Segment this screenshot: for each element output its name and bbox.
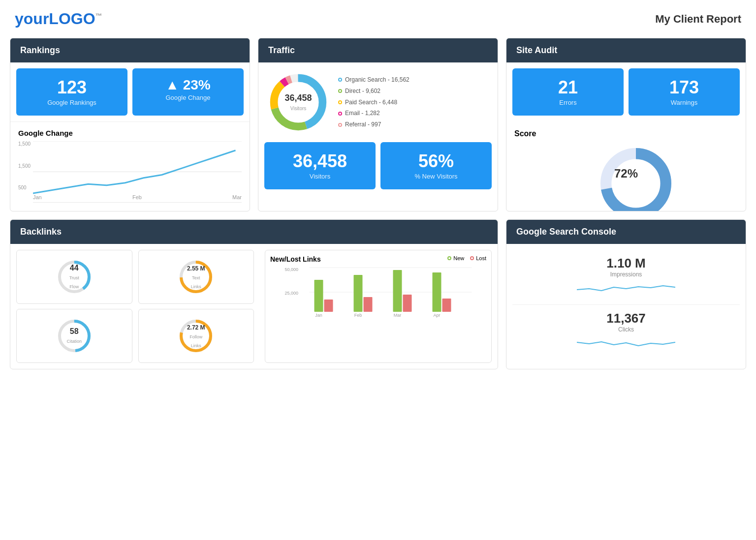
svg-rect-26 (364, 297, 373, 312)
legend-dot-email (338, 112, 342, 116)
chart-x-labels: Jan Feb Mar (33, 194, 242, 200)
legend-lost: Lost (476, 255, 486, 261)
score-section: Score 72% (506, 121, 746, 211)
traffic-stats: 36,458 Visitors 56% % New Visitors (258, 142, 498, 195)
follow-links-label: Follow Links (189, 334, 202, 348)
site-audit-header: Site Audit (506, 38, 746, 62)
legend-dot-organic (338, 78, 342, 82)
follow-links-gauge: 2.72 M Follow Links (138, 309, 254, 363)
donut-label: Visitors (290, 106, 307, 111)
trust-flow-gauge: 44 Trust Flow (16, 250, 132, 304)
bar-chart-title: New/Lost Links (270, 255, 321, 263)
google-change-box: ▲ 23% Google Change (132, 68, 244, 116)
legend-dot-new (447, 256, 451, 260)
warnings-value: 173 (635, 77, 733, 98)
text-links-gauge: 2.55 M Text Links (138, 250, 254, 304)
rankings-line-chart (33, 141, 242, 203)
citation-value: 58 (70, 327, 79, 335)
legend-label-direct: Direct - 9,602 (345, 86, 380, 97)
chart-title: Google Change (18, 129, 242, 137)
traffic-donut: 36,458 Visitors (266, 70, 330, 134)
rankings-header: Rankings (10, 38, 250, 62)
site-audit-card: Site Audit 21 Errors 173 Warnings Score (506, 38, 746, 211)
new-visitors-value: 56% (387, 151, 485, 172)
text-links-label: Text Links (191, 275, 201, 289)
score-donut: 72% (597, 144, 656, 203)
impressions-value: 1.10 M (516, 256, 736, 271)
google-rankings-label: Google Rankings (47, 99, 96, 106)
svg-text:Apr: Apr (433, 313, 440, 318)
gsc-header: Google Search Console (506, 220, 746, 244)
legend-new: New (453, 255, 464, 261)
google-rankings-box: 123 Google Rankings (16, 68, 127, 116)
visitors-value: 36,458 (271, 151, 369, 172)
traffic-top: 36,458 Visitors Organic Search - 16,562 … (258, 62, 498, 142)
google-change-chart: Google Change 1,500 1,500 500 Jan (10, 121, 250, 204)
donut-value: 36,458 (284, 93, 312, 103)
gsc-clicks: 11,367 Clicks (512, 305, 740, 360)
chart-y-labels: 1,500 1,500 500 (18, 141, 31, 190)
svg-text:Feb: Feb (354, 313, 362, 318)
svg-rect-27 (393, 270, 402, 312)
trust-flow-value: 44 (70, 264, 79, 272)
backlinks-gauges-2: 2.55 M Text Links 2.72 M Follow Link (138, 250, 254, 363)
trust-flow-label: Trust Flow (69, 275, 79, 289)
clicks-label: Clicks (516, 326, 736, 333)
google-change-value: ▲ 23% (139, 77, 237, 93)
score-title: Score (514, 129, 738, 138)
svg-rect-30 (442, 299, 451, 312)
traffic-header: Traffic (258, 38, 498, 62)
gsc-content: 1.10 M Impressions 11,367 Clicks (506, 244, 746, 365)
logo-bold: LOGO (49, 10, 95, 28)
legend-label-email: Email - 1,282 (345, 108, 380, 119)
follow-links-center: 2.72 M Follow Links (186, 323, 206, 349)
legend-email: Email - 1,282 (338, 108, 410, 119)
svg-rect-25 (354, 275, 363, 312)
bar-chart-legend: New Lost (447, 255, 486, 261)
bar-chart-section: New/Lost Links New Lost (265, 250, 492, 363)
new-visitors-box: 56% % New Visitors (380, 142, 492, 189)
text-links-value: 2.55 M (187, 265, 205, 272)
errors-box: 21 Errors (512, 68, 624, 116)
text-links-center: 2.55 M Text Links (186, 264, 206, 290)
legend-label-organic: Organic Search - 16,562 (345, 74, 410, 86)
legend-organic: Organic Search - 16,562 (338, 74, 410, 86)
backlinks-header: Backlinks (10, 220, 498, 244)
svg-text:50,000: 50,000 (285, 267, 299, 272)
logo: yourLOGO™ (15, 10, 102, 28)
legend-referral: Referral - 997 (338, 119, 410, 130)
site-audit-stats: 21 Errors 173 Warnings (506, 62, 746, 121)
traffic-legend: Organic Search - 16,562 Direct - 9,602 P… (338, 74, 410, 130)
trust-flow-donut: 44 Trust Flow (55, 257, 94, 297)
report-title: My Client Report (655, 13, 741, 26)
visitors-box: 36,458 Visitors (264, 142, 376, 189)
score-center: 72% (614, 167, 638, 180)
follow-links-donut: 2.72 M Follow Links (176, 316, 216, 356)
citation-center: 58 Citation (64, 327, 84, 345)
clicks-value: 11,367 (516, 311, 736, 326)
google-change-label: Google Change (165, 94, 210, 101)
svg-rect-29 (433, 272, 441, 312)
gsc-impressions: 1.10 M Impressions (512, 250, 740, 305)
svg-text:Mar: Mar (394, 313, 402, 318)
visitors-label: Visitors (310, 173, 330, 180)
errors-label: Errors (559, 99, 576, 106)
impressions-label: Impressions (516, 271, 736, 278)
citation-donut: 58 Citation (55, 316, 94, 356)
backlinks-card: Backlinks 44 Trust Flow (10, 219, 498, 369)
bar-chart-svg: 50,000 25,000 (270, 265, 486, 319)
citation-label: Citation (66, 339, 82, 344)
google-rankings-value: 123 (23, 77, 121, 98)
new-visitors-label: % New Visitors (414, 173, 457, 180)
text-links-donut: 2.55 M Text Links (176, 257, 216, 297)
donut-center: 36,458 Visitors (284, 93, 312, 112)
legend-label-referral: Referral - 997 (345, 119, 381, 130)
errors-value: 21 (519, 77, 617, 98)
svg-rect-23 (315, 280, 323, 312)
svg-rect-24 (324, 300, 333, 312)
backlinks-gauges-1: 44 Trust Flow 58 Citation (16, 250, 132, 363)
logo-tm: ™ (95, 12, 102, 20)
legend-dot-paid (338, 100, 342, 104)
svg-text:Jan: Jan (315, 313, 322, 318)
legend-label-paid: Paid Search - 6,448 (345, 97, 397, 108)
